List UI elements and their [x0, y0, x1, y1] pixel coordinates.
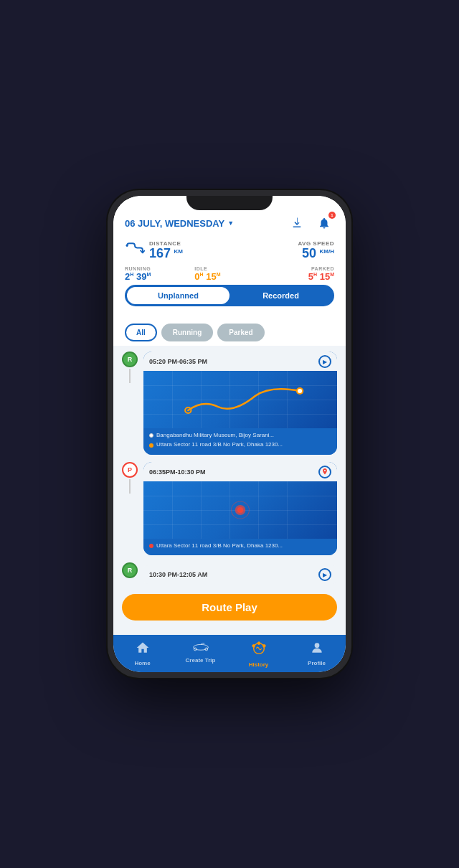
trip-line-1: [129, 369, 131, 383]
tab-unplanned[interactable]: Unplanned: [127, 287, 230, 304]
trip-addresses-1: Bangabandhu Military Museum, Bijoy Saran…: [143, 428, 337, 455]
notification-badge: 1: [328, 212, 336, 219]
trip-card-header-2: 06:35PM-10:30 PM: [143, 462, 337, 481]
nav-item-history[interactable]: History: [230, 641, 288, 668]
running-label: RUNNING: [125, 266, 194, 271]
idle-hours: 0: [194, 271, 199, 282]
distance-unit: KM: [174, 248, 183, 255]
route-play-button[interactable]: Route Play: [122, 594, 337, 621]
trip-line-2: [129, 479, 131, 494]
addr-dot-orange: [149, 443, 153, 448]
trip-card-2[interactable]: 06:35PM-10:30 PM: [143, 462, 337, 555]
trip-entry-1: R 05:20 PM-06:35 PM ▶: [122, 352, 337, 455]
screen-header: 06 JULY, WEDNESDAY ▼ 1: [113, 196, 346, 319]
addr-dot-white: [149, 433, 153, 438]
bottom-nav: Home Create Trip: [113, 635, 346, 672]
trip-play-button-3[interactable]: ▶: [318, 568, 331, 581]
trip-indicator-3: R: [122, 562, 138, 578]
avg-speed-unit: KM/H: [320, 248, 334, 255]
trip-badge-r-3: R: [122, 562, 138, 578]
nav-history-label: History: [249, 661, 269, 668]
idle-time-stat: IDLE 0H 15M: [194, 266, 264, 282]
trip-indicator-1: R: [122, 352, 138, 383]
tab-recorded[interactable]: Recorded: [230, 287, 332, 304]
screen-body: R 05:20 PM-06:35 PM ▶: [113, 346, 346, 635]
trip-badge-r-1: R: [122, 352, 138, 367]
avg-speed-stat: AVG SPEED 50 KM/H: [298, 240, 334, 260]
distance-stat: DISTANCE 167 KM: [125, 240, 183, 260]
trip-badge-p-2: P: [122, 462, 138, 478]
addr-text-1b: Uttara Sector 11 road 3/B No Park, Dhaka…: [156, 441, 283, 448]
svg-point-6: [237, 507, 243, 513]
nav-create-trip-label: Create Trip: [186, 657, 216, 664]
map-placeholder-2: [143, 481, 337, 539]
nav-home-label: Home: [134, 660, 150, 666]
trip-time-3: 10:30 PM-12:05 AM: [149, 571, 207, 578]
parked-time-stat: PARKED 5H 15M: [265, 266, 334, 282]
idle-label: IDLE: [194, 266, 264, 271]
address-item-1a: Bangabandhu Military Museum, Bijoy Saran…: [149, 432, 331, 439]
running-time-stat: RUNNING 2H 39M: [125, 266, 194, 282]
trip-play-button-1[interactable]: ▶: [318, 355, 331, 368]
svg-point-15: [314, 643, 319, 648]
idle-minutes: 15: [206, 271, 216, 282]
notification-button[interactable]: 1: [314, 213, 334, 233]
nav-item-profile[interactable]: Profile: [288, 641, 346, 668]
home-icon: [136, 641, 150, 659]
phone-frame: 06 JULY, WEDNESDAY ▼ 1: [108, 190, 351, 678]
svg-point-12: [252, 645, 255, 648]
parked-hours: 5: [308, 271, 313, 282]
trip-time-2: 06:35PM-10:30 PM: [149, 468, 206, 476]
trip-addresses-2: Uttara Sector 11 road 3/B No Park, Dhaka…: [143, 539, 337, 555]
phone-screen: 06 JULY, WEDNESDAY ▼ 1: [113, 196, 346, 672]
phone-notch: [186, 196, 273, 210]
trip-entry-3: R 10:30 PM-12:05 AM ▶: [122, 562, 337, 587]
address-item-2a: Uttara Sector 11 road 3/B No Park, Dhaka…: [149, 542, 331, 549]
parked-minutes: 15: [320, 271, 330, 282]
svg-point-14: [257, 642, 260, 645]
download-button[interactable]: [287, 213, 307, 233]
date-text: 06 JULY, WEDNESDAY: [125, 218, 224, 229]
svg-point-13: [262, 645, 265, 648]
addr-text-1a: Bangabandhu Military Museum, Bijoy Saran…: [156, 432, 274, 439]
addr-text-2a: Uttara Sector 11 road 3/B No Park, Dhaka…: [156, 542, 283, 549]
filter-row: All Running Parked: [113, 319, 346, 346]
svg-point-4: [298, 389, 302, 393]
nav-item-home[interactable]: Home: [113, 641, 171, 668]
header-icons: 1: [287, 213, 334, 233]
route-icon: [125, 241, 145, 260]
trip-card-header-1: 05:20 PM-06:35 PM ▶: [143, 352, 337, 371]
address-item-1b: Uttara Sector 11 road 3/B No Park, Dhaka…: [149, 441, 331, 448]
profile-icon: [310, 641, 324, 659]
trip-indicator-2: P: [122, 462, 138, 494]
trip-time-1: 05:20 PM-06:35 PM: [149, 358, 207, 365]
nav-profile-label: Profile: [308, 660, 326, 666]
create-trip-icon: [191, 641, 210, 656]
date-chevron-icon: ▼: [227, 220, 234, 227]
filter-parked[interactable]: Parked: [217, 324, 264, 341]
addr-dot-red: [149, 544, 153, 548]
distance-value: 167: [149, 246, 171, 260]
filter-running[interactable]: Running: [161, 324, 214, 341]
filter-all[interactable]: All: [125, 324, 157, 341]
avg-speed-value: 50: [302, 246, 316, 260]
nav-item-create-trip[interactable]: Create Trip: [171, 641, 230, 668]
parked-label: PARKED: [265, 266, 334, 271]
svg-point-8: [193, 644, 208, 650]
trip-card-minimal-3: 10:30 PM-12:05 AM ▶: [143, 562, 337, 587]
running-minutes: 39: [136, 271, 146, 282]
trip-location-button-2[interactable]: [318, 466, 331, 478]
trip-card-1[interactable]: 05:20 PM-06:35 PM ▶: [143, 352, 337, 455]
tab-toggle: Unplanned Recorded: [125, 285, 334, 306]
map-placeholder-1: [143, 371, 337, 428]
trip-entry-2: P 06:35PM-10:30 PM: [122, 462, 337, 555]
date-label[interactable]: 06 JULY, WEDNESDAY ▼: [125, 218, 234, 229]
svg-point-0: [126, 244, 128, 246]
history-icon: [251, 641, 267, 660]
